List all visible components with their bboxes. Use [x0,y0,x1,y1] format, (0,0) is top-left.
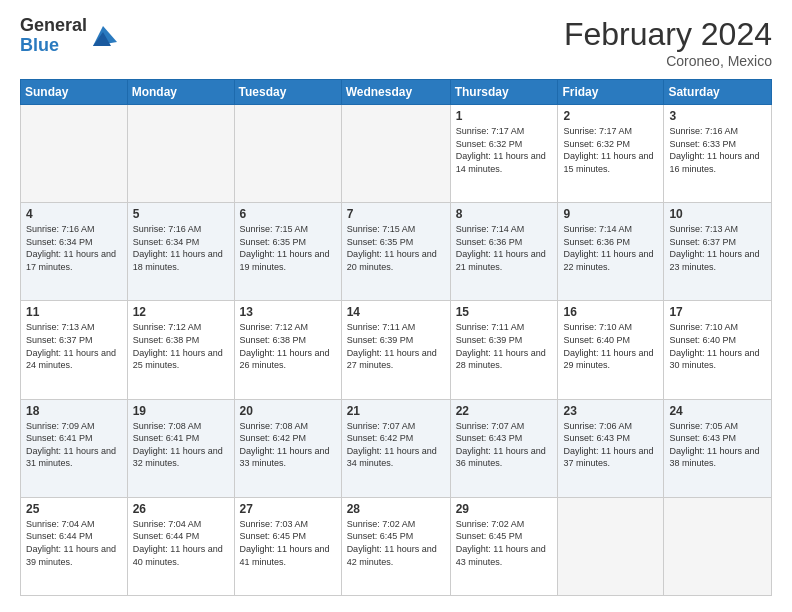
day-info: Sunrise: 7:08 AM Sunset: 6:42 PM Dayligh… [240,420,336,470]
day-cell [21,105,128,203]
day-cell: 12Sunrise: 7:12 AM Sunset: 6:38 PM Dayli… [127,301,234,399]
day-cell: 15Sunrise: 7:11 AM Sunset: 6:39 PM Dayli… [450,301,558,399]
column-header-friday: Friday [558,80,664,105]
day-info: Sunrise: 7:04 AM Sunset: 6:44 PM Dayligh… [26,518,122,568]
day-number: 3 [669,109,766,123]
day-cell: 2Sunrise: 7:17 AM Sunset: 6:32 PM Daylig… [558,105,664,203]
day-cell: 25Sunrise: 7:04 AM Sunset: 6:44 PM Dayli… [21,497,128,595]
day-info: Sunrise: 7:07 AM Sunset: 6:43 PM Dayligh… [456,420,553,470]
day-info: Sunrise: 7:13 AM Sunset: 6:37 PM Dayligh… [26,321,122,371]
day-cell [234,105,341,203]
page: General Blue February 2024 Coroneo, Mexi… [0,0,792,612]
day-cell: 1Sunrise: 7:17 AM Sunset: 6:32 PM Daylig… [450,105,558,203]
day-info: Sunrise: 7:04 AM Sunset: 6:44 PM Dayligh… [133,518,229,568]
logo-general-text: General [20,15,87,35]
day-info: Sunrise: 7:09 AM Sunset: 6:41 PM Dayligh… [26,420,122,470]
day-cell: 3Sunrise: 7:16 AM Sunset: 6:33 PM Daylig… [664,105,772,203]
day-info: Sunrise: 7:10 AM Sunset: 6:40 PM Dayligh… [669,321,766,371]
day-number: 5 [133,207,229,221]
day-info: Sunrise: 7:07 AM Sunset: 6:42 PM Dayligh… [347,420,445,470]
day-number: 13 [240,305,336,319]
day-number: 29 [456,502,553,516]
day-number: 4 [26,207,122,221]
day-number: 26 [133,502,229,516]
day-number: 16 [563,305,658,319]
logo-icon [89,22,117,50]
day-info: Sunrise: 7:17 AM Sunset: 6:32 PM Dayligh… [563,125,658,175]
day-cell: 29Sunrise: 7:02 AM Sunset: 6:45 PM Dayli… [450,497,558,595]
column-header-monday: Monday [127,80,234,105]
day-number: 21 [347,404,445,418]
day-number: 2 [563,109,658,123]
day-number: 1 [456,109,553,123]
day-cell: 7Sunrise: 7:15 AM Sunset: 6:35 PM Daylig… [341,203,450,301]
day-cell: 9Sunrise: 7:14 AM Sunset: 6:36 PM Daylig… [558,203,664,301]
day-cell: 20Sunrise: 7:08 AM Sunset: 6:42 PM Dayli… [234,399,341,497]
day-info: Sunrise: 7:06 AM Sunset: 6:43 PM Dayligh… [563,420,658,470]
day-number: 22 [456,404,553,418]
day-info: Sunrise: 7:16 AM Sunset: 6:33 PM Dayligh… [669,125,766,175]
day-info: Sunrise: 7:02 AM Sunset: 6:45 PM Dayligh… [347,518,445,568]
day-cell: 28Sunrise: 7:02 AM Sunset: 6:45 PM Dayli… [341,497,450,595]
day-number: 28 [347,502,445,516]
day-number: 6 [240,207,336,221]
column-header-wednesday: Wednesday [341,80,450,105]
day-number: 17 [669,305,766,319]
column-header-saturday: Saturday [664,80,772,105]
day-info: Sunrise: 7:13 AM Sunset: 6:37 PM Dayligh… [669,223,766,273]
day-info: Sunrise: 7:15 AM Sunset: 6:35 PM Dayligh… [347,223,445,273]
calendar-header-row: SundayMondayTuesdayWednesdayThursdayFrid… [21,80,772,105]
day-cell: 10Sunrise: 7:13 AM Sunset: 6:37 PM Dayli… [664,203,772,301]
day-cell: 8Sunrise: 7:14 AM Sunset: 6:36 PM Daylig… [450,203,558,301]
day-info: Sunrise: 7:14 AM Sunset: 6:36 PM Dayligh… [563,223,658,273]
day-number: 14 [347,305,445,319]
title-block: February 2024 Coroneo, Mexico [564,16,772,69]
column-header-thursday: Thursday [450,80,558,105]
calendar-table: SundayMondayTuesdayWednesdayThursdayFrid… [20,79,772,596]
calendar-body: 1Sunrise: 7:17 AM Sunset: 6:32 PM Daylig… [21,105,772,596]
day-info: Sunrise: 7:16 AM Sunset: 6:34 PM Dayligh… [26,223,122,273]
day-number: 18 [26,404,122,418]
week-row-1: 1Sunrise: 7:17 AM Sunset: 6:32 PM Daylig… [21,105,772,203]
day-cell: 18Sunrise: 7:09 AM Sunset: 6:41 PM Dayli… [21,399,128,497]
day-cell [558,497,664,595]
day-info: Sunrise: 7:14 AM Sunset: 6:36 PM Dayligh… [456,223,553,273]
day-cell: 19Sunrise: 7:08 AM Sunset: 6:41 PM Dayli… [127,399,234,497]
week-row-2: 4Sunrise: 7:16 AM Sunset: 6:34 PM Daylig… [21,203,772,301]
day-cell: 14Sunrise: 7:11 AM Sunset: 6:39 PM Dayli… [341,301,450,399]
day-info: Sunrise: 7:11 AM Sunset: 6:39 PM Dayligh… [347,321,445,371]
day-info: Sunrise: 7:10 AM Sunset: 6:40 PM Dayligh… [563,321,658,371]
day-info: Sunrise: 7:16 AM Sunset: 6:34 PM Dayligh… [133,223,229,273]
day-cell: 23Sunrise: 7:06 AM Sunset: 6:43 PM Dayli… [558,399,664,497]
day-info: Sunrise: 7:11 AM Sunset: 6:39 PM Dayligh… [456,321,553,371]
day-cell: 6Sunrise: 7:15 AM Sunset: 6:35 PM Daylig… [234,203,341,301]
day-number: 10 [669,207,766,221]
day-number: 19 [133,404,229,418]
column-header-tuesday: Tuesday [234,80,341,105]
day-info: Sunrise: 7:12 AM Sunset: 6:38 PM Dayligh… [133,321,229,371]
day-cell: 5Sunrise: 7:16 AM Sunset: 6:34 PM Daylig… [127,203,234,301]
week-row-5: 25Sunrise: 7:04 AM Sunset: 6:44 PM Dayli… [21,497,772,595]
day-number: 8 [456,207,553,221]
day-info: Sunrise: 7:02 AM Sunset: 6:45 PM Dayligh… [456,518,553,568]
day-cell: 4Sunrise: 7:16 AM Sunset: 6:34 PM Daylig… [21,203,128,301]
day-cell: 13Sunrise: 7:12 AM Sunset: 6:38 PM Dayli… [234,301,341,399]
day-cell: 21Sunrise: 7:07 AM Sunset: 6:42 PM Dayli… [341,399,450,497]
day-number: 15 [456,305,553,319]
day-number: 20 [240,404,336,418]
day-cell [127,105,234,203]
week-row-4: 18Sunrise: 7:09 AM Sunset: 6:41 PM Dayli… [21,399,772,497]
column-header-sunday: Sunday [21,80,128,105]
day-number: 9 [563,207,658,221]
day-info: Sunrise: 7:17 AM Sunset: 6:32 PM Dayligh… [456,125,553,175]
day-number: 11 [26,305,122,319]
day-cell: 16Sunrise: 7:10 AM Sunset: 6:40 PM Dayli… [558,301,664,399]
day-number: 12 [133,305,229,319]
day-number: 27 [240,502,336,516]
day-cell [664,497,772,595]
day-number: 25 [26,502,122,516]
day-number: 24 [669,404,766,418]
day-cell: 11Sunrise: 7:13 AM Sunset: 6:37 PM Dayli… [21,301,128,399]
day-info: Sunrise: 7:05 AM Sunset: 6:43 PM Dayligh… [669,420,766,470]
logo-blue-text: Blue [20,35,59,55]
